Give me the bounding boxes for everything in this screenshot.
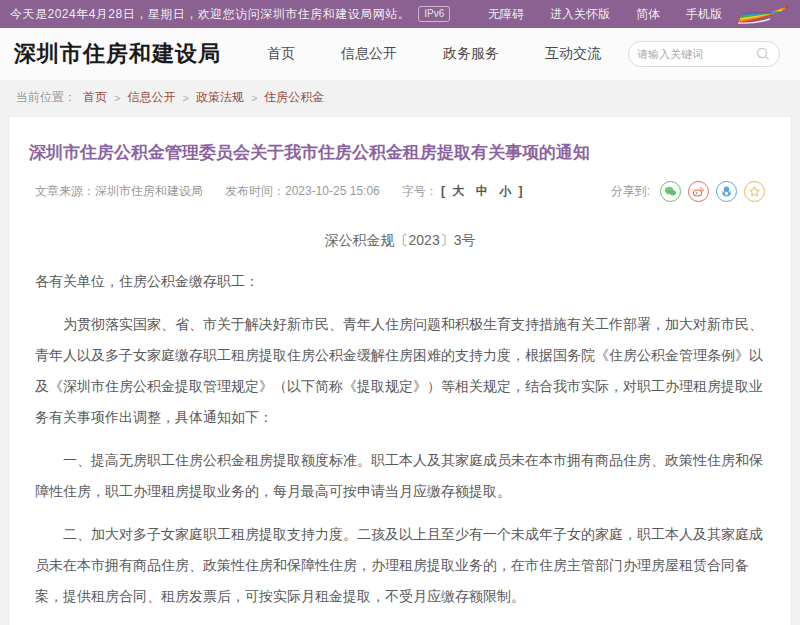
article-source: 文章来源：深圳市住房和建设局 [35, 183, 203, 200]
paragraph: 二、加大对多子女家庭职工租房提取支持力度。二孩及以上且至少有一个未成年子女的家庭… [35, 519, 765, 612]
font-size-medium-button[interactable]: 中 [476, 184, 488, 198]
ipv6-badge[interactable]: IPv6 [418, 6, 450, 22]
care-mode-link[interactable]: 进入关怀版 [550, 6, 610, 23]
breadcrumb-home[interactable]: 首页 [83, 89, 107, 106]
publish-time: 发布时间：2023-10-25 15:06 [225, 183, 380, 200]
breadcrumb-separator: > [182, 92, 188, 104]
search-icon[interactable] [755, 46, 771, 62]
topbar: 今天是2024年4月28日，星期日，欢迎您访问深圳市住房和建设局网站。 IPv6… [0, 0, 800, 28]
share-qq-icon[interactable] [716, 181, 737, 202]
share-favorite-star-icon[interactable] [744, 181, 765, 202]
share-area: 分享到: [611, 181, 765, 202]
article-body: 各有关单位，住房公积金缴存职工： 为贯彻落实国家、省、市关于解决好新市民、青年人… [35, 266, 765, 625]
rainbow-wing-logo-icon [736, 3, 790, 25]
search-box [628, 41, 780, 67]
main-nav: 首页 信息公开 政务服务 互动交流 [267, 45, 601, 63]
share-wechat-icon[interactable] [660, 181, 681, 202]
topbar-links: 无障碍 进入关怀版 简体 手机版 [488, 6, 722, 23]
mobile-version-link[interactable]: 手机版 [686, 6, 722, 23]
share-label: 分享到: [611, 183, 650, 200]
breadcrumb: 当前位置： 首页 > 信息公开 > 政策法规 > 住房公积金 [0, 80, 800, 114]
article-meta: 文章来源：深圳市住房和建设局 发布时间：2023-10-25 15:06 字号：… [35, 181, 765, 202]
breadcrumb-policies[interactable]: 政策法规 [196, 89, 244, 106]
breadcrumb-separator: > [251, 92, 257, 104]
font-size-large-button[interactable]: 大 [452, 184, 464, 198]
font-size-small-button[interactable]: 小 [499, 184, 511, 198]
paragraph: 为贯彻落实国家、省、市关于解决好新市民、青年人住房问题和积极生育支持措施有关工作… [35, 309, 765, 433]
breadcrumb-label: 当前位置： [16, 89, 76, 106]
welcome-text: 今天是2024年4月28日，星期日，欢迎您访问深圳市住房和建设局网站。 [10, 6, 410, 23]
nav-interaction[interactable]: 互动交流 [545, 45, 601, 63]
font-size-control: 字号： [ 大 中 小 ] [402, 183, 523, 200]
share-weibo-icon[interactable] [688, 181, 709, 202]
nav-gov-services[interactable]: 政务服务 [443, 45, 499, 63]
breadcrumb-info-disclosure[interactable]: 信息公开 [127, 89, 175, 106]
breadcrumb-separator: > [114, 92, 120, 104]
breadcrumb-housing-fund[interactable]: 住房公积金 [264, 89, 324, 106]
nav-info-disclosure[interactable]: 信息公开 [341, 45, 397, 63]
paragraph: 一、提高无房职工住房公积金租房提取额度标准。职工本人及其家庭成员未在本市拥有商品… [35, 445, 765, 507]
simplified-chinese-link[interactable]: 简体 [636, 6, 660, 23]
salutation: 各有关单位，住房公积金缴存职工： [35, 266, 765, 297]
site-title: 深圳市住房和建设局 [14, 39, 221, 69]
article-title: 深圳市住房公积金管理委员会关于我市住房公积金租房提取有关事项的通知 [29, 141, 765, 165]
accessibility-link[interactable]: 无障碍 [488, 6, 524, 23]
site-header: 深圳市住房和建设局 首页 信息公开 政务服务 互动交流 [0, 28, 800, 80]
nav-home[interactable]: 首页 [267, 45, 295, 63]
article-card: 深圳市住房公积金管理委员会关于我市住房公积金租房提取有关事项的通知 文章来源：深… [8, 116, 792, 625]
search-input[interactable] [637, 48, 755, 60]
document-number: 深公积金规〔2023〕3号 [35, 232, 765, 250]
